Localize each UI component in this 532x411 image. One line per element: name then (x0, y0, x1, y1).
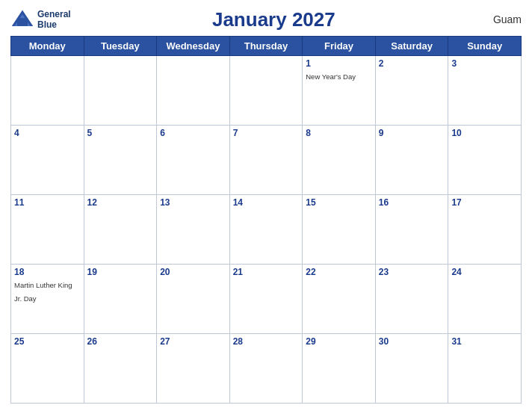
calendar-cell (229, 56, 303, 126)
region-label: Guam (477, 13, 522, 25)
calendar-cell: 10 (448, 126, 522, 195)
header-sunday: Sunday (448, 37, 522, 56)
calendar-cell: 31 (448, 334, 522, 404)
calendar-cell: 30 (375, 334, 448, 404)
calendar-cell: 5 (84, 126, 157, 195)
calendar-cell (11, 56, 84, 126)
day-number: 10 (451, 128, 518, 138)
calendar-cell: 7 (229, 126, 303, 195)
calendar-cell: 15 (303, 195, 376, 265)
day-number: 17 (451, 197, 518, 208)
calendar-cell: 11 (11, 195, 84, 265)
calendar-cell: 1New Year's Day (303, 56, 376, 126)
day-number: 19 (87, 267, 154, 277)
calendar-cell: 28 (229, 334, 303, 404)
calendar-cell: 18Martin Luther King Jr. Day (11, 265, 84, 334)
day-number: 4 (14, 128, 81, 138)
logo-text: General Blue (37, 9, 71, 31)
day-number: 11 (14, 197, 81, 208)
day-number: 30 (379, 336, 445, 347)
day-number: 7 (233, 128, 300, 138)
day-number: 16 (379, 197, 445, 208)
calendar-table: Monday Tuesday Wednesday Thursday Friday… (10, 36, 522, 404)
header-saturday: Saturday (375, 37, 448, 56)
calendar-cell: 25 (11, 334, 84, 404)
calendar-cell: 12 (84, 195, 157, 265)
day-number: 24 (451, 267, 518, 277)
calendar-week-row: 11121314151617 (11, 195, 522, 265)
calendar-week-row: 45678910 (11, 126, 522, 195)
calendar-cell: 24 (448, 265, 522, 334)
day-number: 15 (306, 197, 372, 208)
calendar-header: General Blue January 2027 Guam (10, 7, 522, 31)
day-number: 31 (451, 336, 518, 347)
header-monday: Monday (11, 37, 84, 56)
day-number: 5 (87, 128, 154, 138)
calendar-cell: 16 (375, 195, 448, 265)
logo: General Blue (10, 7, 71, 31)
calendar-cell: 23 (375, 265, 448, 334)
calendar-cell: 20 (157, 265, 230, 334)
holiday-text: New Year's Day (306, 72, 356, 81)
calendar-cell: 17 (448, 195, 522, 265)
calendar-cell: 3 (448, 56, 522, 126)
day-number: 22 (306, 267, 372, 277)
calendar-week-row: 1New Year's Day23 (11, 56, 522, 126)
calendar-page: General Blue January 2027 Guam Monday Tu… (0, 0, 532, 411)
calendar-cell: 29 (303, 334, 376, 404)
day-number: 27 (160, 336, 226, 347)
day-number: 21 (233, 267, 300, 277)
calendar-cell: 9 (375, 126, 448, 195)
calendar-cell: 19 (84, 265, 157, 334)
calendar-cell: 21 (229, 265, 303, 334)
calendar-cell: 26 (84, 334, 157, 404)
calendar-title: January 2027 (71, 8, 477, 31)
day-number: 12 (87, 197, 154, 208)
day-number: 26 (87, 336, 154, 347)
day-number: 1 (306, 58, 372, 69)
header-tuesday: Tuesday (84, 37, 157, 56)
day-number: 28 (233, 336, 300, 347)
calendar-cell: 27 (157, 334, 230, 404)
day-number: 2 (379, 58, 445, 69)
day-number: 29 (306, 336, 372, 347)
calendar-cell: 4 (11, 126, 84, 195)
day-number: 3 (451, 58, 518, 69)
calendar-week-row: 25262728293031 (11, 334, 522, 404)
day-number: 14 (233, 197, 300, 208)
calendar-cell: 22 (303, 265, 376, 334)
calendar-cell: 2 (375, 56, 448, 126)
calendar-cell: 14 (229, 195, 303, 265)
day-number: 18 (14, 267, 81, 277)
weekday-header-row: Monday Tuesday Wednesday Thursday Friday… (11, 37, 522, 56)
day-number: 23 (379, 267, 445, 277)
calendar-cell (84, 56, 157, 126)
day-number: 9 (379, 128, 445, 138)
day-number: 13 (160, 197, 226, 208)
calendar-cell (157, 56, 230, 126)
svg-rect-3 (17, 18, 28, 26)
day-number: 20 (160, 267, 226, 277)
calendar-week-row: 18Martin Luther King Jr. Day192021222324 (11, 265, 522, 334)
calendar-cell: 8 (303, 126, 376, 195)
day-number: 8 (306, 128, 372, 138)
header-wednesday: Wednesday (157, 37, 230, 56)
holiday-text: Martin Luther King Jr. Day (14, 281, 72, 303)
day-number: 25 (14, 336, 81, 347)
header-thursday: Thursday (229, 37, 303, 56)
header-friday: Friday (303, 37, 376, 56)
logo-icon (10, 7, 34, 31)
day-number: 6 (160, 128, 226, 138)
calendar-cell: 13 (157, 195, 230, 265)
calendar-cell: 6 (157, 126, 230, 195)
